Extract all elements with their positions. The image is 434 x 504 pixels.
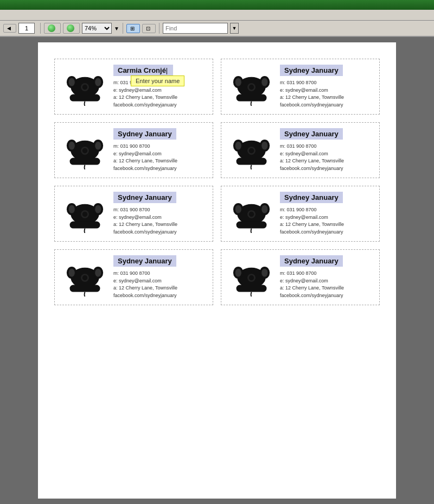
card-details: m: 031 900 8700 e: sydney@email.com a: 1… bbox=[113, 206, 207, 236]
card-social: facebook.com/sydneyjanuary bbox=[280, 229, 374, 236]
card-address: a: 12 Cherry Lane, Townsville bbox=[280, 285, 374, 292]
card-email: e: sydney@email.com bbox=[113, 214, 207, 222]
scrolling-pages-icon: ⊞ bbox=[130, 26, 135, 32]
card-info: Sydney January m: 031 900 8700 e: sydney… bbox=[109, 128, 207, 172]
business-card: Sydney January m: 031 900 8700 e: sydney… bbox=[54, 186, 213, 242]
svg-point-47 bbox=[248, 211, 253, 216]
card-info: Carmia Cronjé m: 031 900 8700 e: sydney@… bbox=[109, 65, 207, 109]
card-phone: m: 031 900 8700 bbox=[280, 270, 374, 278]
card-address: a: 12 Cherry Lane, Townsville bbox=[280, 221, 374, 229]
card-email: e: sydney@email.com bbox=[280, 278, 374, 285]
card-social: facebook.com/sydneyjanuary bbox=[113, 229, 207, 236]
svg-point-2 bbox=[68, 78, 74, 86]
phone-icon bbox=[60, 192, 109, 236]
business-card: Sydney January m: 031 900 8700 e: sydney… bbox=[54, 249, 213, 305]
card-address: a: 12 Cherry Lane, Townsville bbox=[113, 158, 207, 165]
menu-help[interactable] bbox=[13, 15, 17, 16]
card-social: facebook.com/sydneyjanuary bbox=[113, 292, 207, 300]
card-social: facebook.com/sydneyjanuary bbox=[280, 102, 374, 109]
card-phone: m: 031 900 8700 bbox=[113, 270, 207, 278]
svg-point-7 bbox=[82, 84, 87, 89]
svg-point-12 bbox=[261, 78, 267, 86]
menu-window[interactable] bbox=[2, 15, 7, 16]
zoom-out-button[interactable] bbox=[44, 23, 61, 34]
card-address: a: 12 Cherry Lane, Townsville bbox=[113, 221, 207, 229]
card-info: Sydney January m: 031 900 8700 e: sydney… bbox=[276, 128, 374, 172]
card-details: m: 031 900 8700 e: sydney@email.com a: 1… bbox=[280, 143, 374, 172]
card-name-background: Sydney January bbox=[280, 192, 343, 203]
card-details: m: 031 900 8700 e: sydney@email.com a: 1… bbox=[113, 270, 207, 299]
svg-point-4 bbox=[95, 78, 101, 86]
find-dropdown-button[interactable]: ▼ bbox=[230, 23, 239, 34]
one-full-page-button[interactable]: ⊡ bbox=[142, 24, 156, 33]
svg-rect-5 bbox=[69, 94, 100, 101]
card-phone: m: 031 900 8700 bbox=[280, 143, 374, 150]
card-social: facebook.com/sydneyjanuary bbox=[280, 292, 374, 300]
svg-point-55 bbox=[82, 275, 87, 280]
svg-point-23 bbox=[82, 148, 87, 153]
svg-point-10 bbox=[235, 78, 241, 86]
card-email: e: sydney@email.com bbox=[113, 278, 207, 285]
card-social: facebook.com/sydneyjanuary bbox=[280, 165, 374, 173]
svg-point-31 bbox=[248, 148, 253, 153]
card-email: e: sydney@email.com bbox=[280, 87, 374, 94]
cards-grid: Carmia Cronjé m: 031 900 8700 e: sydney@… bbox=[49, 53, 385, 311]
card-name: Sydney January bbox=[284, 193, 339, 201]
business-card: Sydney January m: 031 900 8700 e: sydney… bbox=[221, 59, 380, 115]
card-phone: m: 031 900 8700 bbox=[280, 206, 374, 214]
svg-point-60 bbox=[261, 268, 267, 276]
business-card: Sydney January m: 031 900 8700 e: sydney… bbox=[221, 249, 380, 305]
phone-icon bbox=[227, 192, 276, 236]
card-phone: m: 031 900 8700 bbox=[113, 206, 207, 214]
scrolling-pages-button[interactable]: ⊞ bbox=[126, 24, 140, 33]
business-card: Sydney January m: 031 900 8700 e: sydney… bbox=[221, 186, 380, 242]
business-card: Sydney January m: 031 900 8700 e: sydney… bbox=[54, 122, 213, 178]
svg-point-34 bbox=[68, 205, 74, 213]
card-name-background: Sydney January bbox=[113, 255, 176, 267]
find-input[interactable] bbox=[163, 23, 228, 34]
card-name: Sydney January bbox=[284, 257, 339, 265]
phone-icon bbox=[227, 129, 276, 172]
zoom-select[interactable]: 74% 50% 100% 125% 150% bbox=[82, 23, 112, 34]
card-name: Sydney January bbox=[284, 130, 339, 138]
card-name-background: Sydney January bbox=[113, 128, 176, 140]
page-number-input[interactable] bbox=[18, 23, 35, 34]
card-info: Sydney January m: 031 900 8700 e: sydney… bbox=[109, 192, 207, 236]
svg-point-44 bbox=[261, 205, 267, 213]
svg-point-63 bbox=[248, 275, 253, 280]
title-bar bbox=[0, 0, 434, 10]
card-name-background: Sydney January bbox=[280, 255, 343, 267]
phone-icon bbox=[60, 129, 109, 172]
card-name: Carmia Cronjé bbox=[118, 66, 167, 74]
zoom-in-button[interactable] bbox=[63, 23, 80, 34]
card-details: m: 031 900 8700 e: sydney@email.com a: 1… bbox=[280, 206, 374, 236]
toolbar: ◀ 74% 50% 100% 125% 150% ▼ ⊞ ⊡ ▼ bbox=[0, 21, 434, 37]
svg-point-26 bbox=[235, 141, 241, 149]
svg-point-20 bbox=[95, 141, 101, 149]
card-name: Sydney January bbox=[118, 130, 172, 138]
prev-page-button[interactable]: ◀ bbox=[3, 24, 16, 33]
card-details: m: 031 900 8700 e: sydney@email.com a: 1… bbox=[280, 270, 374, 299]
card-info: Sydney January m: 031 900 8700 e: sydney… bbox=[109, 255, 207, 299]
card-info: Sydney January m: 031 900 8700 e: sydney… bbox=[276, 255, 374, 299]
zoom-in-icon bbox=[67, 24, 74, 32]
business-card: Carmia Cronjé m: 031 900 8700 e: sydney@… bbox=[54, 59, 213, 115]
card-email: e: sydney@email.com bbox=[113, 150, 207, 158]
card-name-background: Sydney January bbox=[280, 65, 343, 76]
svg-point-50 bbox=[68, 268, 74, 276]
zoom-out-icon bbox=[48, 24, 55, 32]
card-info: Sydney January m: 031 900 8700 e: sydney… bbox=[276, 65, 374, 109]
main-content-area: Carmia Cronjé m: 031 900 8700 e: sydney@… bbox=[0, 37, 434, 504]
card-email: e: sydney@email.com bbox=[280, 150, 374, 158]
card-details: m: 031 900 8700 e: sydney@email.com a: 1… bbox=[113, 143, 207, 172]
svg-point-39 bbox=[82, 211, 87, 216]
zoom-dropdown-icon[interactable]: ▼ bbox=[114, 26, 119, 32]
card-name-background: Carmia Cronjé bbox=[113, 65, 173, 76]
card-email: e: sydney@email.com bbox=[113, 87, 207, 94]
svg-rect-21 bbox=[69, 158, 100, 165]
svg-rect-13 bbox=[236, 94, 266, 101]
one-full-page-icon: ⊡ bbox=[146, 26, 150, 32]
card-name: Sydney January bbox=[118, 193, 172, 201]
svg-rect-29 bbox=[236, 158, 266, 165]
card-phone: m: 031 900 8700 bbox=[280, 79, 374, 87]
